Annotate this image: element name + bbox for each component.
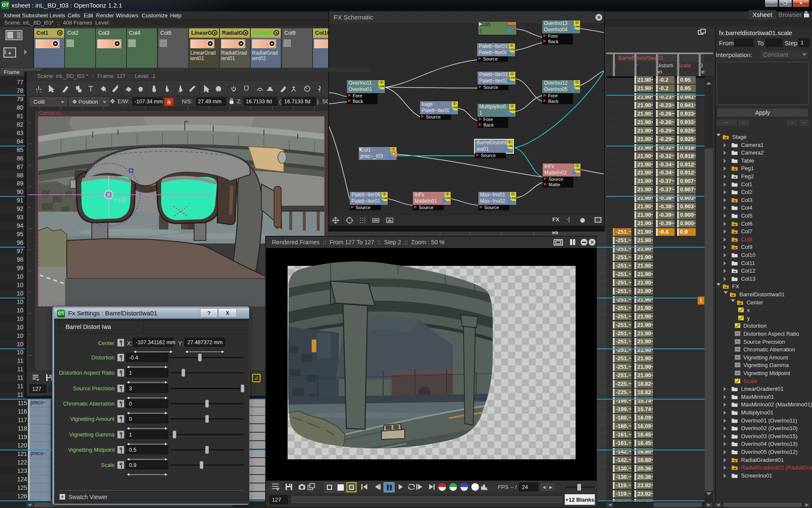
svg-text:Col8: Col8 (113, 196, 126, 204)
svg-text:Camera1: Camera1 (39, 110, 61, 116)
